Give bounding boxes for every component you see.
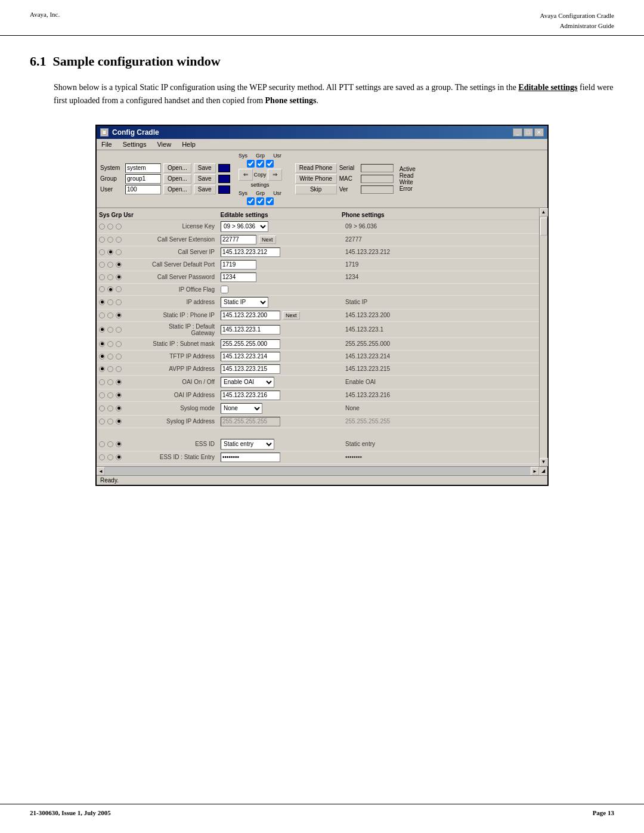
scroll-right-button[interactable]: ► [531,467,539,475]
scroll-down-button[interactable]: ▼ [540,458,548,466]
ess-id-select[interactable]: Static entry [221,439,274,450]
usr-radio[interactable] [116,224,122,230]
serial-input[interactable] [361,164,394,172]
call-server-pass-input[interactable] [221,272,256,282]
grp-checkbox-1[interactable] [256,160,264,168]
sys-radio[interactable] [99,249,105,255]
user-open-button[interactable]: Open... [163,185,191,194]
grp-radio[interactable] [107,249,113,255]
group-save-button[interactable]: Save [194,174,216,184]
minimize-button[interactable]: _ [513,128,522,137]
sys-radio[interactable] [99,366,105,372]
sys-radio[interactable] [99,405,105,411]
usr-radio[interactable] [116,312,122,318]
mac-input[interactable] [361,175,394,183]
usr-radio[interactable] [116,249,122,255]
grp-radio[interactable] [107,341,113,347]
oai-on-off-select[interactable]: Enable OAI [221,377,274,388]
usr-radio[interactable] [116,405,122,411]
grp-radio[interactable] [107,286,113,292]
usr-radio[interactable] [116,379,122,385]
ip-address-select[interactable]: Static IP [221,297,268,308]
usr-radio[interactable] [116,454,122,460]
default-gateway-input[interactable] [221,325,280,335]
sys-checkbox-1[interactable] [247,160,255,168]
usr-checkbox-1[interactable] [266,160,274,168]
grp-radio[interactable] [107,299,113,305]
avpp-ip-input[interactable] [221,364,280,374]
arrow-right-icon[interactable]: ⇒ [268,169,282,181]
sys-radio[interactable] [99,224,105,230]
sys-radio[interactable] [99,392,105,398]
ver-input[interactable] [361,185,394,194]
user-input[interactable] [125,185,161,194]
grp-radio[interactable] [107,379,113,385]
call-server-ip-input[interactable] [221,247,280,257]
usr-radio[interactable] [116,441,122,447]
usr-radio[interactable] [116,419,122,425]
sys-radio[interactable] [99,262,105,268]
group-open-button[interactable]: Open... [163,174,191,184]
system-input[interactable] [125,163,161,173]
group-input[interactable] [125,174,161,184]
grp-radio[interactable] [107,237,113,243]
scroll-left-button[interactable]: ◄ [97,467,105,475]
maximize-button[interactable]: □ [524,128,533,137]
menu-settings[interactable]: Settings [120,140,149,148]
call-server-port-input[interactable] [221,260,256,270]
grp-radio[interactable] [107,327,113,333]
grp-radio[interactable] [107,441,113,447]
window-controls[interactable]: _ □ ✕ [513,128,544,137]
next-button-2[interactable]: Next [283,311,300,320]
grp-radio[interactable] [107,366,113,372]
grp-radio[interactable] [107,392,113,398]
sys-radio[interactable] [99,299,105,305]
usr-radio[interactable] [116,327,122,333]
usr-radio[interactable] [116,274,122,280]
usr-checkbox-2[interactable] [266,197,274,205]
usr-radio[interactable] [116,366,122,372]
sys-radio[interactable] [99,419,105,425]
grp-radio[interactable] [107,224,113,230]
sys-radio[interactable] [99,327,105,333]
ess-id-static-input[interactable] [221,453,280,462]
sys-radio[interactable] [99,312,105,318]
tftp-ip-input[interactable] [221,352,280,361]
write-phone-button[interactable]: Write Phone [295,174,337,184]
grp-radio[interactable] [107,405,113,411]
next-button[interactable]: Next [259,236,276,244]
sys-radio[interactable] [99,341,105,347]
vertical-scrollbar[interactable]: ▲ ▼ [539,208,547,466]
sys-radio[interactable] [99,379,105,385]
static-ip-phone-ip-input[interactable] [221,311,280,320]
sys-radio[interactable] [99,237,105,243]
grp-radio[interactable] [107,419,113,425]
syslog-mode-select[interactable]: None [221,403,262,414]
usr-radio[interactable] [116,354,122,360]
system-save-button[interactable]: Save [194,163,216,173]
ip-office-flag-checkbox[interactable] [221,286,228,293]
menu-file[interactable]: File [99,140,114,148]
grp-checkbox-2[interactable] [256,197,264,205]
arrow-left-icon[interactable]: ⇐ [239,169,253,181]
grp-radio[interactable] [107,312,113,318]
sys-radio[interactable] [99,354,105,360]
skip-button[interactable]: Skip [295,185,337,194]
usr-radio[interactable] [116,341,122,347]
sys-checkbox-2[interactable] [247,197,255,205]
sys-radio[interactable] [99,286,105,292]
menu-help[interactable]: Help [179,140,198,148]
horizontal-scrollbar[interactable]: ◄ ► [97,467,539,475]
usr-radio[interactable] [116,299,122,305]
sys-radio[interactable] [99,274,105,280]
usr-radio[interactable] [116,237,122,243]
read-phone-button[interactable]: Read Phone [295,163,337,173]
grp-radio[interactable] [107,262,113,268]
scroll-thumb[interactable] [540,218,547,236]
grp-radio[interactable] [107,454,113,460]
grp-radio[interactable] [107,274,113,280]
resize-corner[interactable]: ◢ [539,467,547,475]
scroll-up-button[interactable]: ▲ [540,208,548,216]
subnet-mask-input[interactable] [221,339,280,349]
system-open-button[interactable]: Open... [163,163,191,173]
